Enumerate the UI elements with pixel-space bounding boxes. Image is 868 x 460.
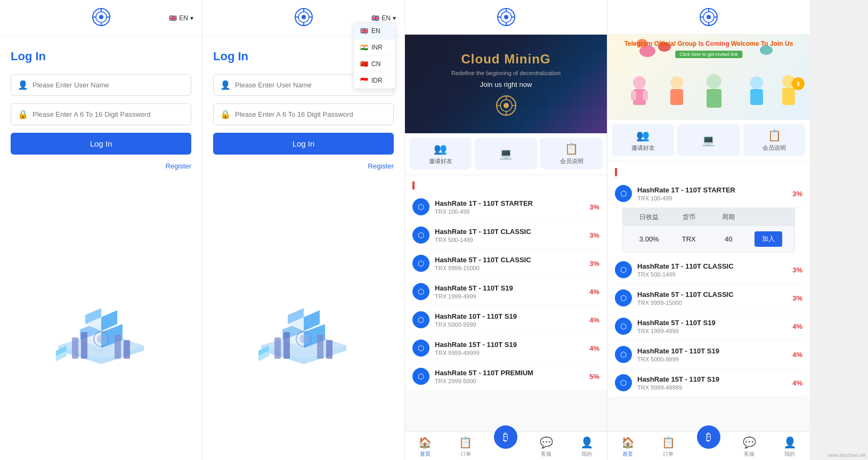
hash-rate-5: 4%: [589, 344, 599, 352]
guide-icon-4: 📋: [768, 129, 781, 142]
hash-price-4-5: TRX 9999-49999: [637, 384, 792, 391]
username-input-1[interactable]: [33, 81, 184, 89]
hash-item-4-2[interactable]: ⬡ HashRate 5T - 110T CLASSIC TRX 9999-15…: [615, 284, 802, 312]
hash-item-5[interactable]: ⬡ HashRate 15T - 110T S19 TRX 9999-49999…: [412, 334, 599, 362]
nav-home-4[interactable]: 🏠 首页: [607, 436, 648, 458]
flag-en: 🇬🇧: [360, 27, 368, 35]
btc-center-icon-4[interactable]: ₿: [697, 425, 720, 449]
banner-tab-guide[interactable]: 📋 会员说明: [540, 138, 603, 170]
hash-icon-0: ⬡: [412, 198, 429, 215]
hash-item-4-0[interactable]: ⬡ HashRate 1T - 110T STARTER TRX 100-499…: [615, 180, 802, 208]
hash-icon-1: ⬡: [412, 227, 429, 244]
lang-code-inr: INR: [371, 44, 383, 51]
hash-info-4-2: HashRate 5T - 110T CLASSIC TRX 9999-1500…: [637, 290, 792, 306]
nav-center-3[interactable]: ₿: [486, 436, 526, 458]
server-illustration-2: [229, 263, 378, 380]
join-button[interactable]: 加入: [755, 231, 782, 247]
lang-option-en[interactable]: 🇬🇧 EN: [354, 23, 395, 39]
password-input-2[interactable]: [235, 110, 387, 118]
hash-item-3[interactable]: ⬡ HashRate 5T - 110T S19 TRX 1999-4999 4…: [412, 278, 599, 306]
col-daily-yield: 日收益: [629, 213, 669, 222]
hash-name-4-3: HashRate 5T - 110T S19: [637, 319, 792, 327]
hash-info-4: HashRate 10T - 110T S19 TRX 5000-9999: [435, 312, 589, 328]
chevron-down-icon-2: ▾: [393, 14, 396, 22]
svg-point-22: [97, 335, 106, 343]
hash-icon-3: ⬡: [412, 283, 429, 300]
hash-icon-4-3: ⬡: [615, 318, 632, 335]
login-button-2[interactable]: Log In: [213, 133, 394, 155]
nav-order-4[interactable]: 📋 订单: [648, 436, 688, 458]
order-icon-3: 📋: [459, 436, 472, 449]
hash-item-6[interactable]: ⬡ HashRate 5T - 110T PREMIUM TRX 2999-50…: [412, 362, 599, 391]
hash-item-1[interactable]: ⬡ HashRate 1T - 110T CLASSIC TRX 500-149…: [412, 221, 599, 249]
banner-tab-mining[interactable]: 💻: [475, 138, 537, 170]
banner-tab-invite[interactable]: 👥 邀请好友: [409, 138, 472, 170]
hash-price-5: TRX 9999-49999: [435, 350, 589, 356]
banner-tab-mining-4[interactable]: 💻: [677, 124, 740, 156]
hash-item-4-4[interactable]: ⬡ HashRate 10T - 110T S19 TRX 5000-9999 …: [615, 341, 802, 369]
lang-option-idr[interactable]: 🇮🇩 IDR: [354, 72, 395, 88]
banner-cta: Join us right now: [480, 80, 532, 88]
mining-logo: [497, 7, 516, 27]
tg-link-btn[interactable]: Click here to get invited link: [675, 51, 742, 58]
col-currency: 货币: [669, 213, 709, 222]
svg-rect-17: [115, 335, 121, 359]
svg-rect-71: [643, 91, 648, 100]
hash-rate-6: 5%: [589, 373, 599, 381]
nav-service-label-4: 客服: [744, 450, 755, 458]
mining-header-4: [607, 0, 810, 35]
svg-point-49: [504, 15, 508, 19]
hash-item-2[interactable]: ⬡ HashRate 5T - 110T CLASSIC TRX 9999-15…: [412, 249, 599, 278]
nav-profile-3[interactable]: 👤 我的: [566, 436, 607, 458]
hash-info-1: HashRate 1T - 110T CLASSIC TRX 500-1499: [435, 228, 589, 243]
mining-logo-4: [699, 7, 718, 27]
tg-coming: Is Coming: [699, 40, 729, 47]
svg-rect-70: [631, 91, 636, 100]
hash-item-4-1[interactable]: ⬡ HashRate 1T - 110T CLASSIC TRX 500-149…: [615, 256, 802, 284]
login-button-1[interactable]: Log In: [11, 133, 191, 155]
hash-price-6: TRX 2999-5000: [435, 378, 589, 384]
banner-tab-guide-4[interactable]: 📋 会员说明: [743, 124, 806, 156]
hash-list-4: ⬡ HashRate 1T - 110T STARTER TRX 100-499…: [607, 180, 810, 397]
hash-item-4[interactable]: ⬡ HashRate 10T - 110T S19 TRX 5000-9999 …: [412, 306, 599, 334]
svg-point-63: [707, 15, 711, 19]
nav-profile-4[interactable]: 👤 我的: [769, 436, 810, 458]
lang-option-inr[interactable]: 🇮🇳 INR: [354, 39, 395, 56]
guide-label-4: 会员说明: [762, 144, 786, 152]
hash-name-4-5: HashRate 15T - 110T S19: [637, 375, 792, 383]
register-link-2[interactable]: Register: [213, 162, 394, 170]
hash-name-4-2: HashRate 5T - 110T CLASSIC: [637, 290, 792, 298]
lang-dropdown[interactable]: 🇬🇧 EN 🇮🇳 INR 🇨🇳 CN 🇮🇩 IDR: [353, 22, 396, 89]
hash-item-4-3[interactable]: ⬡ HashRate 5T - 110T S19 TRX 1999-4999 4…: [615, 312, 802, 341]
password-input-group-1[interactable]: 🔒: [11, 103, 191, 125]
hash-price-4-4: TRX 5000-9999: [637, 356, 792, 362]
nav-profile-label-4: 我的: [784, 450, 795, 458]
nav-home-3[interactable]: 🏠 首页: [405, 436, 445, 458]
hash-icon-4-2: ⬡: [615, 289, 632, 306]
hash-item-0[interactable]: ⬡ HashRate 1T - 110T STARTER TRX 100-499…: [412, 193, 599, 221]
flag-inr: 🇮🇳: [360, 44, 368, 51]
lang-selector-2[interactable]: 🇬🇧 EN ▾: [371, 14, 396, 22]
nav-order-3[interactable]: 📋 订单: [445, 436, 486, 458]
hash-item-4-5[interactable]: ⬡ HashRate 15T - 110T S19 TRX 9999-49999…: [615, 369, 802, 397]
hash-name-2: HashRate 5T - 110T CLASSIC: [435, 256, 589, 264]
bottom-nav-3: 🏠 首页 📋 订单 ₿ 💬 客服 👤 我的: [405, 431, 607, 460]
nav-center-4[interactable]: ₿: [688, 436, 729, 458]
nav-service-4[interactable]: 💬 客服: [729, 436, 769, 458]
password-input-group-2[interactable]: 🔒: [213, 103, 394, 125]
svg-point-76: [750, 76, 763, 89]
val-join[interactable]: 加入: [749, 231, 789, 247]
username-input-group-1[interactable]: 👤: [11, 74, 191, 96]
hash-price-4-1: TRX 500-1499: [637, 271, 792, 278]
lang-option-cn[interactable]: 🇨🇳 CN: [354, 56, 395, 72]
nav-service-3[interactable]: 💬 客服: [526, 436, 566, 458]
register-link-1[interactable]: Register: [11, 162, 191, 170]
lang-selector-1[interactable]: 🇬🇧 EN ▾: [169, 14, 193, 22]
invite-label: 邀请好友: [429, 157, 452, 165]
btc-center-icon-3[interactable]: ₿: [494, 425, 517, 449]
lang-code-en: EN: [371, 27, 380, 35]
password-input-1[interactable]: [33, 110, 184, 118]
banner-tab-invite-4[interactable]: 👥 邀请好友: [612, 124, 674, 156]
hash-info-6: HashRate 5T - 110T PREMIUM TRX 2999-5000: [435, 369, 589, 384]
tg-banner: Telegram Official Group Is Coming Welcom…: [607, 35, 810, 120]
